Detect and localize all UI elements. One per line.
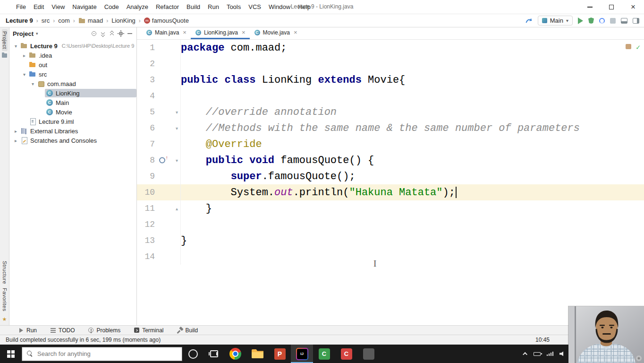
code-line-9[interactable]: 9 super.famousQuote(); [137, 168, 644, 184]
taskbar-app-chrome[interactable] [224, 345, 246, 363]
taskbar-app-app[interactable] [357, 345, 380, 363]
toolwindow-tab-todo[interactable]: TODO [45, 326, 79, 335]
update-arrow-icon[interactable] [525, 17, 533, 25]
code-editor[interactable]: 1package com.maad;23public class LionKin… [137, 40, 644, 325]
tree-item-lecture-9[interactable]: ▾Lecture 9C:\Users\HP\Desktop\Lecture 9 [9, 41, 136, 51]
line-number[interactable]: 7 [137, 139, 155, 149]
code-line-8[interactable]: 8↑▾ public void famousQuote() { [137, 152, 644, 168]
tree-item-lecture-9-iml[interactable]: Lecture 9.iml [9, 117, 136, 126]
run-config-selector[interactable]: Main ▾ [538, 16, 573, 26]
line-number[interactable]: 5 [137, 107, 155, 117]
menu-item-build[interactable]: Build [183, 0, 204, 14]
window-layout-icon[interactable] [621, 18, 627, 24]
tree-chevron-icon[interactable]: ▾ [29, 81, 36, 86]
toolwindow-tab-build[interactable]: Build [172, 326, 203, 335]
collapse-all-icon[interactable] [109, 30, 115, 37]
tree-chevron-icon[interactable]: ▾ [12, 43, 19, 49]
project-panel-title[interactable]: Project [13, 30, 34, 37]
favorites-star-icon[interactable]: ★ [2, 316, 7, 322]
coverage-icon[interactable] [588, 17, 594, 24]
tree-item-external-libraries[interactable]: ▸External Libraries [9, 126, 136, 136]
tool-windows-icon[interactable] [633, 18, 639, 24]
taskbar-app-camtasia[interactable] [335, 345, 357, 363]
line-number[interactable]: 1 [137, 43, 155, 52]
tree-chevron-icon[interactable]: ▸ [21, 53, 28, 58]
maximize-button[interactable] [601, 0, 622, 14]
minimize-button[interactable] [579, 0, 601, 14]
code-line-2[interactable]: 2 [137, 56, 644, 72]
fold-marker-icon[interactable]: ▾ [176, 126, 178, 131]
code-line-1[interactable]: 1package com.maad; [137, 40, 644, 56]
line-number[interactable]: 6 [137, 123, 155, 133]
tree-chevron-icon[interactable]: ▸ [12, 138, 19, 143]
start-button[interactable] [0, 345, 22, 363]
menu-item-vcs[interactable]: VCS [245, 0, 265, 14]
breadcrumb-item-lecture-9[interactable]: Lecture 9 [4, 17, 35, 25]
gear-icon[interactable] [118, 30, 124, 37]
tab-movie-java[interactable]: Movie.java× [250, 27, 302, 39]
taskbar-search[interactable] [22, 347, 182, 361]
breadcrumb-item-lionking[interactable]: LionKing [110, 17, 137, 25]
speaker-icon[interactable] [559, 351, 566, 356]
line-number[interactable]: 3 [137, 75, 155, 85]
code-line-12[interactable]: 12 [137, 216, 644, 233]
line-number[interactable]: 14 [137, 252, 155, 261]
close-button[interactable]: × [622, 0, 644, 14]
taskbar-app-powerpoint[interactable] [269, 345, 291, 363]
tab-close-icon[interactable]: × [294, 30, 297, 35]
profiler-icon[interactable] [599, 18, 605, 24]
tab-close-icon[interactable]: × [183, 30, 186, 35]
expand-all-icon[interactable] [100, 30, 106, 37]
tree-chevron-icon[interactable]: ▸ [12, 129, 19, 134]
menu-item-tools[interactable]: Tools [223, 0, 245, 14]
task-view-icon[interactable] [210, 350, 218, 357]
tree-item-scratches-and-consoles[interactable]: ▸Scratches and Consoles [9, 136, 136, 145]
right-stripe-tool-icon[interactable] [626, 44, 631, 49]
line-number[interactable]: 9 [137, 172, 155, 181]
menu-item-run[interactable]: Run [204, 0, 223, 14]
menu-item-view[interactable]: View [48, 0, 68, 14]
code-line-7[interactable]: 7 @Override [137, 136, 644, 152]
cortana-icon[interactable] [188, 349, 198, 359]
tree-item-main[interactable]: Main [9, 98, 136, 107]
line-number[interactable]: 2 [137, 59, 155, 69]
taskbar-app-intellij[interactable]: IJ [291, 345, 313, 363]
code-line-5[interactable]: 5▾ //override annotation [137, 104, 644, 120]
tool-stripe-structure[interactable]: Structure [2, 259, 8, 286]
code-line-13[interactable]: 13} [137, 233, 644, 249]
hide-panel-icon[interactable] [127, 30, 133, 37]
menu-item-edit[interactable]: Edit [30, 0, 48, 14]
tab-lionking-java[interactable]: LionKing.java× [191, 27, 250, 39]
toolwindow-tab-problems[interactable]: Problems [83, 326, 125, 335]
tab-main-java[interactable]: Main.java× [142, 27, 191, 39]
override-marker-icon[interactable]: ↑ [159, 157, 165, 164]
line-number[interactable]: 4 [137, 91, 155, 101]
tree-item-src[interactable]: ▾src [9, 69, 136, 79]
breadcrumb-item-maad[interactable]: maad [76, 17, 105, 25]
menu-item-analyze[interactable]: Analyze [123, 0, 152, 14]
line-number[interactable]: 10 [137, 188, 155, 197]
tool-stripe-favorites[interactable]: Favorites [2, 286, 8, 313]
menu-item-file[interactable]: File [12, 0, 30, 14]
code-line-11[interactable]: 11▴ } [137, 200, 644, 216]
stop-button[interactable] [610, 18, 616, 24]
line-number[interactable]: 13 [137, 236, 155, 245]
code-line-10[interactable]: 10 System.out.println("Hakuna Matata"); [137, 184, 644, 200]
tree-item-movie[interactable]: Movie [9, 107, 136, 117]
code-line-4[interactable]: 4 [137, 88, 644, 104]
code-line-14[interactable]: 14 [137, 249, 644, 265]
tree-item-out[interactable]: out [9, 60, 136, 69]
fold-marker-icon[interactable]: ▾ [176, 158, 178, 163]
tool-stripe-project[interactable]: Project [2, 29, 8, 51]
breadcrumb-item-famousquote[interactable]: famousQuote [142, 17, 191, 25]
code-line-3[interactable]: 3public class LionKing extends Movie{ [137, 72, 644, 88]
menu-item-code[interactable]: Code [101, 0, 123, 14]
locate-file-icon[interactable] [91, 30, 97, 37]
menu-item-navigate[interactable]: Navigate [68, 0, 100, 14]
menu-item-window[interactable]: Window [265, 0, 294, 14]
fold-marker-icon[interactable]: ▴ [176, 206, 178, 211]
toolwindow-tab-run[interactable]: Run [13, 326, 42, 335]
tree-item-com-maad[interactable]: ▾com.maad [9, 79, 136, 88]
inspection-ok-icon[interactable]: ✓ [636, 43, 640, 52]
taskbar-app-explorer[interactable] [246, 345, 269, 363]
